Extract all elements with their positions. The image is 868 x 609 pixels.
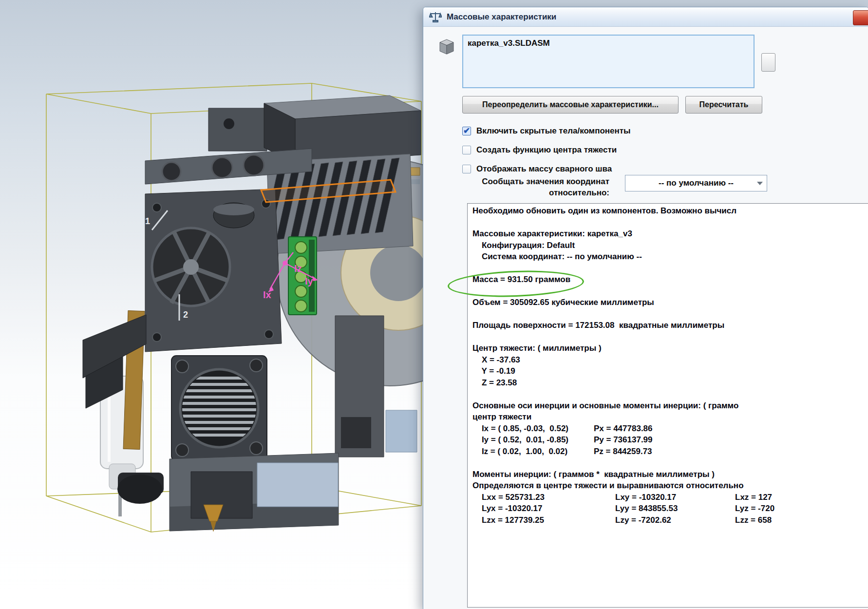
callout-1: 1: [145, 216, 150, 226]
checkbox-label: Создать функцию центра тяжести: [476, 145, 617, 155]
checkbox-create-cog-feature[interactable]: [462, 146, 471, 154]
mass-properties-icon: [429, 11, 442, 23]
filename-field[interactable]: каретка_v3.SLDASM: [462, 35, 755, 88]
callout-2: 2: [183, 310, 188, 320]
dropdown-arrow-icon: [757, 182, 763, 185]
coordinate-system-combo[interactable]: -- по умолчанию --: [625, 175, 767, 191]
axis-iz-label: Iz: [294, 263, 302, 274]
mass-properties-dialog: Массовые характеристики каретка_v3.SLDAS…: [423, 7, 868, 609]
close-button[interactable]: [853, 10, 868, 25]
checkbox-label: Отображать массу сварного шва: [476, 164, 612, 174]
checkbox-row-include-hidden[interactable]: Включить скрытые тела/компоненты: [462, 125, 631, 137]
axis-ix-label: Ix: [263, 289, 271, 300]
dialog-title: Массовые характеристики: [447, 12, 556, 22]
dialog-title-bar[interactable]: Массовые характеристики: [423, 7, 868, 27]
part-icon: [436, 38, 457, 57]
checkbox-row-weld-mass[interactable]: Отображать массу сварного шва: [462, 163, 612, 175]
results-text: Необходимо обновить один из компонентов.…: [472, 206, 868, 608]
recalculate-button[interactable]: Пересчитать: [685, 96, 762, 114]
checkbox-label: Включить скрытые тела/компоненты: [476, 126, 631, 136]
override-mass-properties-button[interactable]: Переопределить массовые характеристики..…: [462, 96, 679, 114]
checkbox-include-hidden-bodies[interactable]: [462, 127, 471, 135]
checkbox-row-cog-feature[interactable]: Создать функцию центра тяжести: [462, 144, 617, 156]
combo-value: -- по умолчанию --: [659, 178, 734, 188]
checkbox-show-weld-mass[interactable]: [462, 165, 471, 173]
results-box[interactable]: Необходимо обновить один из компонентов.…: [467, 203, 868, 608]
axis-iy-label: Iy: [305, 276, 314, 286]
options-button[interactable]: [761, 53, 775, 72]
report-coordinates-label: Сообщать значения координат относительно…: [459, 176, 609, 198]
